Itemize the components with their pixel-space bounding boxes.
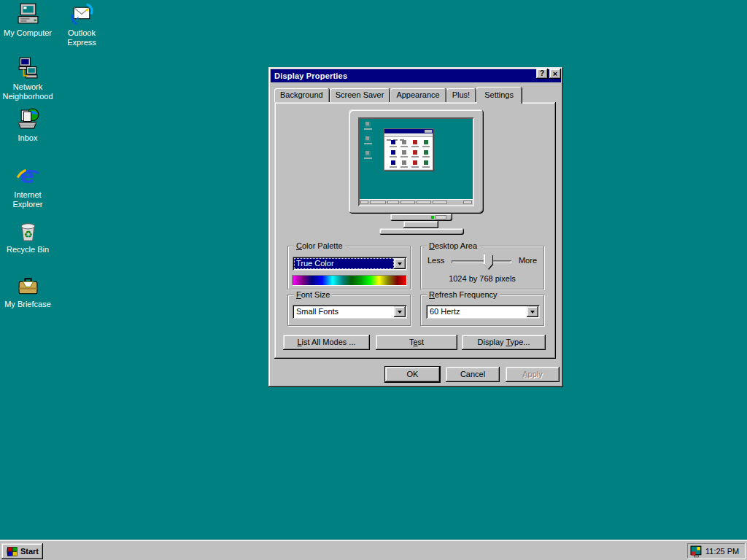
- desktop-icon-network-neighborhood[interactable]: Network Neighborhood: [0, 56, 55, 101]
- start-button[interactable]: Start: [1, 543, 43, 559]
- display-settings-tray-icon[interactable]: [690, 545, 703, 558]
- internet-explorer-icon: e: [16, 164, 40, 188]
- cancel-button[interactable]: Cancel: [446, 367, 500, 382]
- monitor-preview: [349, 109, 484, 214]
- refresh-frequency-legend: Refresh Frequency: [427, 290, 500, 300]
- desktop-icon-my-briefcase[interactable]: My Briefcase: [0, 273, 55, 309]
- ok-button[interactable]: OK: [385, 367, 440, 382]
- preview-desktop-icon: [363, 136, 372, 144]
- help-button[interactable]: ?: [536, 69, 548, 79]
- settings-tab-page: Color Palette True Color Desktop Area Le…: [274, 102, 556, 359]
- preview-desktop-icon: [363, 151, 372, 159]
- system-tray: 11:25 PM: [687, 543, 746, 559]
- desktop-area-group: Desktop Area Less More 1024 by 768 pixel…: [420, 246, 544, 289]
- tab-plus[interactable]: Plus!: [446, 88, 476, 102]
- desktop-icon-label: Network Neighborhood: [0, 82, 55, 101]
- desktop-icon-recycle-bin[interactable]: ♻ Recycle Bin: [0, 219, 55, 254]
- resolution-slider-thumb[interactable]: [484, 254, 492, 269]
- tab-screen-saver[interactable]: Screen Saver: [330, 88, 390, 102]
- svg-text:♻: ♻: [23, 229, 32, 240]
- display-type-button[interactable]: Display Type...: [462, 335, 546, 350]
- recycle-bin-icon: ♻: [16, 219, 40, 243]
- tab-appearance[interactable]: Appearance: [390, 88, 445, 102]
- desktop-icon-internet-explorer[interactable]: e Internet Explorer: [0, 164, 55, 209]
- slider-more-label: More: [519, 256, 537, 265]
- preview-window-icons: [384, 137, 433, 169]
- preview-window-titlebar: [384, 129, 433, 133]
- color-palette-dropdown-button[interactable]: [394, 258, 406, 269]
- tabstrip: Background Screen Saver Appearance Plus!…: [274, 86, 522, 102]
- desktop-icon-my-computer[interactable]: My Computer: [0, 2, 55, 38]
- windows-logo-icon: [6, 546, 18, 557]
- start-label: Start: [20, 547, 39, 556]
- font-size-combobox[interactable]: Small Fonts: [293, 305, 407, 319]
- test-button[interactable]: Test: [376, 335, 457, 350]
- refresh-frequency-dropdown-button[interactable]: [527, 306, 538, 317]
- chevron-down-icon: [398, 311, 402, 316]
- my-briefcase-icon: [16, 273, 40, 298]
- display-properties-dialog: Display Properties ? × Background Screen…: [268, 67, 563, 387]
- color-depth-preview-bar: [292, 275, 407, 286]
- refresh-frequency-combobox[interactable]: 60 Hertz: [426, 305, 540, 319]
- preview-window: [384, 128, 433, 171]
- apply-button[interactable]: Apply: [506, 367, 560, 382]
- tab-background[interactable]: Background: [274, 88, 329, 102]
- inbox-icon: [16, 107, 40, 131]
- desktop-icon-label: My Computer: [0, 28, 55, 38]
- preview-desktop-icon: [363, 122, 372, 130]
- font-size-value[interactable]: Small Fonts: [294, 306, 394, 317]
- color-palette-value[interactable]: True Color: [294, 258, 394, 269]
- slider-less-label: Less: [427, 256, 444, 265]
- desktop-icon-label: Inbox: [0, 133, 55, 143]
- font-size-legend: Font Size: [294, 290, 332, 300]
- preview-taskbar: [360, 199, 473, 205]
- svg-text:e: e: [20, 164, 34, 188]
- close-icon: ×: [553, 69, 557, 78]
- desktop: { "colors": { "desktop_teal": "#008080",…: [0, 0, 747, 560]
- desktop-icon-label: My Briefcase: [0, 300, 55, 309]
- color-palette-group: Color Palette True Color: [287, 246, 411, 289]
- tab-settings[interactable]: Settings: [476, 87, 522, 104]
- power-led-icon: [431, 216, 434, 219]
- taskbar: Start 11:25 PM: [0, 540, 747, 560]
- color-palette-legend: Color Palette: [294, 241, 345, 251]
- desktop-icon-label: Outlook Express: [57, 28, 107, 47]
- monitor-power-button: [436, 216, 446, 219]
- list-all-modes-button[interactable]: List All Modes ...: [283, 335, 370, 350]
- monitor-neck: [403, 221, 438, 228]
- desktop-icon-label: Recycle Bin: [0, 245, 55, 254]
- chevron-down-icon: [398, 262, 402, 268]
- network-neighborhood-icon: [16, 56, 40, 80]
- dialog-titlebar[interactable]: Display Properties: [271, 69, 561, 82]
- resolution-slider-track[interactable]: [452, 260, 511, 263]
- monitor-chin: [390, 214, 452, 221]
- font-size-group: Font Size Small Fonts: [287, 295, 411, 326]
- resolution-value: 1024 by 768 pixels: [421, 274, 543, 283]
- close-button[interactable]: ×: [549, 69, 561, 79]
- chevron-down-icon: [530, 311, 535, 316]
- refresh-frequency-group: Refresh Frequency 60 Hertz: [420, 295, 544, 326]
- desktop-icon-label: Internet Explorer: [0, 190, 55, 209]
- color-palette-combobox[interactable]: True Color: [293, 257, 407, 271]
- refresh-frequency-value[interactable]: 60 Hertz: [427, 306, 527, 317]
- monitor-base: [379, 228, 464, 235]
- help-icon: ?: [540, 69, 544, 77]
- desktop-area-legend: Desktop Area: [427, 241, 479, 251]
- dialog-title: Display Properties: [274, 71, 347, 80]
- clock[interactable]: 11:25 PM: [705, 547, 739, 556]
- my-computer-icon: [16, 2, 40, 26]
- font-size-dropdown-button[interactable]: [394, 306, 406, 317]
- desktop-icon-inbox[interactable]: Inbox: [0, 107, 55, 143]
- outlook-express-icon: [70, 2, 94, 26]
- desktop-icon-outlook-express[interactable]: Outlook Express: [57, 2, 107, 47]
- monitor-preview-screen: [358, 117, 474, 206]
